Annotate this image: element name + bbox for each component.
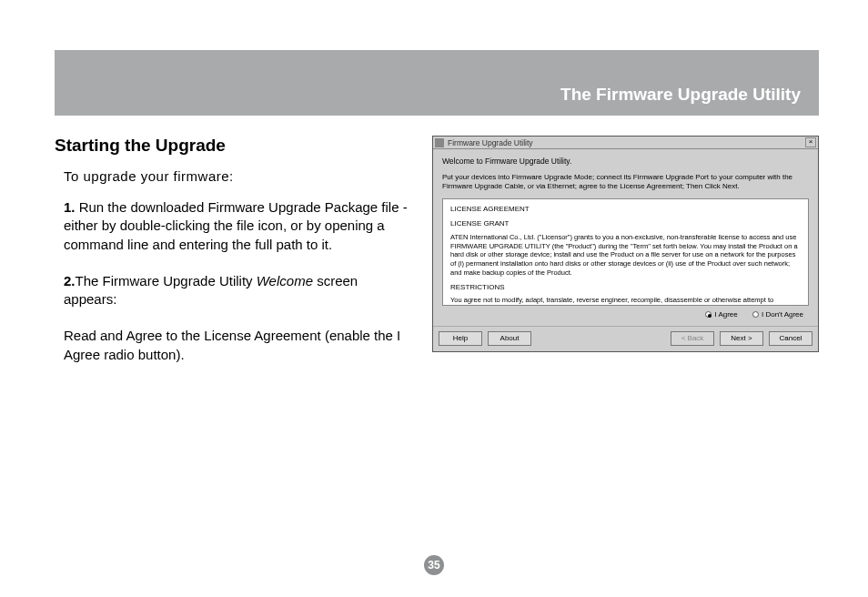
intro-text: To upgrade your firmware: (64, 168, 414, 184)
step-1-text: Run the downloaded Firmware Upgrade Pack… (64, 199, 408, 252)
dialog-title: Firmware Upgrade Utility (448, 138, 805, 147)
step-2-number: 2. (64, 273, 76, 288)
header-bar: The Firmware Upgrade Utility (55, 50, 819, 116)
radio-agree-label: I Agree (714, 310, 737, 319)
close-icon[interactable]: × (805, 137, 816, 147)
radio-dot-icon (705, 311, 712, 318)
welcome-text: Welcome to Firmware Upgrade Utility. (442, 157, 809, 166)
step-2-sub-agree: Agree (126, 328, 162, 343)
step-2-welcome: Welcome (257, 273, 313, 288)
section-title: Starting the Upgrade (55, 136, 414, 156)
page-number: 35 (424, 555, 444, 575)
radio-dot-icon (752, 311, 759, 318)
instruction-text: Put your devices into Firmware Upgrade M… (442, 173, 809, 191)
right-column: Firmware Upgrade Utility × Welcome to Fi… (432, 136, 819, 382)
radio-agree[interactable]: I Agree (705, 310, 737, 319)
step-2-sub-a: Read and (64, 328, 126, 343)
firmware-dialog: Firmware Upgrade Utility × Welcome to Fi… (432, 136, 819, 352)
step-2-sub: Read and Agree to the License Agreement … (64, 327, 414, 364)
step-2: 2.The Firmware Upgrade Utility Welcome s… (64, 272, 414, 309)
help-button[interactable]: Help (439, 331, 482, 346)
cancel-button[interactable]: Cancel (769, 331, 812, 346)
radio-disagree[interactable]: I Don't Agree (752, 310, 803, 319)
left-column: Starting the Upgrade To upgrade your fir… (55, 136, 414, 382)
license-header: LICENSE AGREEMENT (450, 205, 801, 214)
step-1-number: 1. (64, 199, 76, 215)
dialog-titlebar: Firmware Upgrade Utility × (433, 137, 818, 149)
radio-row: I Agree I Don't Agree (442, 306, 809, 320)
next-button[interactable]: Next > (720, 331, 763, 346)
about-button[interactable]: About (488, 331, 531, 346)
step-1: 1. Run the downloaded Firmware Upgrade P… (64, 198, 414, 254)
license-box: LICENSE AGREEMENT LICENSE GRANT ATEN Int… (442, 198, 809, 306)
license-para-1: ATEN International Co., Ltd. ("Licensor"… (450, 233, 801, 278)
header-title: The Firmware Upgrade Utility (560, 85, 801, 105)
back-button[interactable]: < Back (671, 331, 714, 346)
radio-disagree-label: I Don't Agree (762, 310, 803, 319)
license-restrictions-header: RESTRICTIONS (450, 283, 801, 292)
button-row: Help About < Back Next > Cancel (433, 326, 818, 351)
app-icon (435, 138, 444, 147)
license-grant-header: LICENSE GRANT (450, 219, 801, 228)
license-para-2: You agree not to modify, adapt, translat… (450, 296, 801, 306)
step-2-text-a: The Firmware Upgrade Utility (76, 273, 257, 288)
